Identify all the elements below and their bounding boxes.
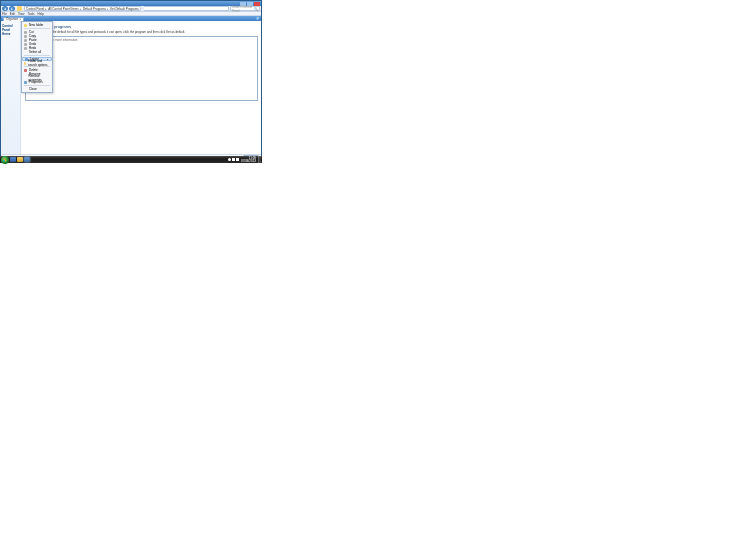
content: Control Panel Home New folder Cut Copy P…	[1, 21, 261, 154]
page-subheading: To set a program as the default for all …	[25, 30, 258, 34]
svg-rect-3	[5, 160, 6, 161]
organize-menu: New folder Cut Copy Paste Undo Redo Sele…	[21, 21, 53, 93]
menu-tools[interactable]: Tools	[27, 12, 34, 16]
show-desktop-button[interactable]	[258, 156, 261, 163]
system-tray: 11:09 07/08/2013	[228, 156, 262, 163]
svg-rect-2	[3, 160, 4, 161]
svg-rect-1	[5, 158, 6, 159]
tray-network-icon[interactable]	[232, 158, 235, 161]
folder-icon	[17, 6, 22, 11]
breadcrumb[interactable]: Control Panel▸ All Control Panel Items▸ …	[24, 6, 229, 11]
menu-select-all[interactable]: Select all	[22, 50, 52, 54]
program-list[interactable]: Select a program for more information	[25, 36, 258, 101]
taskbar-explorer[interactable]	[17, 157, 23, 162]
taskbar-active-window[interactable]	[24, 157, 30, 162]
breadcrumb-item[interactable]: Set Default Programs	[110, 7, 139, 11]
breadcrumb-item[interactable]: Control Panel	[26, 7, 44, 11]
menu-view[interactable]: View	[18, 12, 24, 16]
search-input[interactable]: Search Control Panel 🔍	[230, 6, 260, 11]
folder-icon	[24, 24, 27, 27]
clock[interactable]: 11:09 07/08/2013	[240, 157, 257, 163]
chevron-down-icon: ▼	[19, 18, 21, 20]
page-heading: Set your default programs	[25, 24, 258, 29]
sidebar: Control Panel Home	[1, 21, 21, 154]
back-button[interactable]: ◄	[2, 6, 8, 11]
tray-volume-icon[interactable]	[236, 158, 239, 161]
taskbar: 11:09 07/08/2013	[0, 156, 262, 163]
list-hint: Select a program for more information	[27, 38, 256, 42]
sidebar-heading: Control Panel Home	[2, 24, 19, 36]
menu-edit[interactable]: Edit	[10, 12, 15, 16]
close-button[interactable]	[254, 2, 260, 6]
start-button[interactable]	[1, 156, 9, 164]
svg-rect-0	[3, 158, 4, 159]
window: ◄ ► Control Panel▸ All Control Panel Ite…	[0, 0, 262, 163]
main: Set your default programs To set a progr…	[21, 21, 261, 154]
taskbar-ie[interactable]	[10, 157, 16, 162]
breadcrumb-item[interactable]: Default Programs	[83, 7, 106, 11]
organize-button[interactable]: Organize▼	[3, 17, 24, 21]
menu-file[interactable]: File	[2, 12, 7, 16]
search-icon: 🔍	[254, 7, 258, 11]
properties-icon	[24, 81, 27, 84]
breadcrumb-dropdown[interactable]	[140, 6, 144, 11]
tray-flag-icon[interactable]	[228, 158, 231, 161]
forward-button[interactable]: ►	[9, 6, 15, 11]
windows-icon	[3, 158, 7, 162]
help-icon[interactable]: ?	[256, 17, 259, 20]
menu-close[interactable]: Close	[22, 87, 52, 91]
breadcrumb-item[interactable]: All Control Panel Items	[48, 7, 79, 11]
menu-folder-options[interactable]: Folder and search options	[22, 61, 52, 65]
menu-properties[interactable]: Properties	[22, 80, 52, 84]
folder-icon	[24, 62, 26, 65]
menu-help[interactable]: Help	[37, 12, 43, 16]
menu-new-folder[interactable]: New folder	[22, 23, 52, 27]
